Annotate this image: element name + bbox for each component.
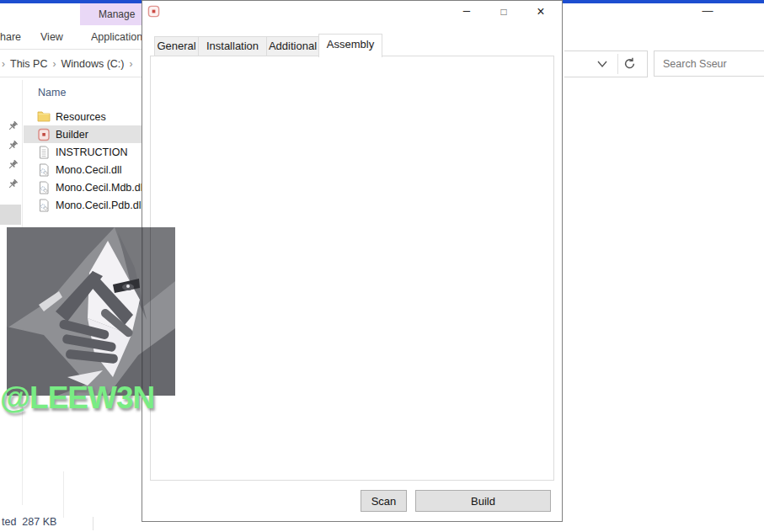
- search-box[interactable]: [654, 51, 764, 77]
- folder-icon: [37, 110, 51, 124]
- file-row-builder[interactable]: Builder: [24, 125, 142, 143]
- file-name: Resources: [56, 111, 106, 123]
- file-row-mono-cecil-pdb-dll[interactable]: Mono.Cecil.Pdb.dll: [24, 196, 142, 214]
- tab-additional[interactable]: Additional: [266, 36, 319, 56]
- ribbon-tab-view[interactable]: View: [40, 31, 63, 43]
- pin-icon[interactable]: [7, 178, 19, 190]
- text-file-icon: [37, 146, 51, 159]
- file-row-mono-cecil-mdb-dll[interactable]: Mono.Cecil.Mdb.dl: [24, 178, 142, 196]
- scan-button[interactable]: Scan: [361, 490, 407, 512]
- addressbar-divider: [0, 77, 142, 77]
- explorer-minimize-button[interactable]: —: [699, 4, 716, 17]
- pin-icon[interactable]: [7, 140, 19, 152]
- dll-file-icon: [37, 199, 51, 212]
- ribbon-tab-manage[interactable]: Manage: [80, 3, 142, 25]
- pin-icon[interactable]: [7, 120, 19, 132]
- tab-assembly[interactable]: Assembly: [318, 34, 382, 57]
- minimize-button[interactable]: –: [452, 1, 481, 24]
- file-name: Mono.Cecil.dll: [56, 164, 122, 176]
- screen: Manage hare View Application › This PC ›…: [0, 0, 764, 532]
- nav-pane-selection-fragment: [0, 205, 21, 225]
- dll-file-icon: [37, 163, 51, 177]
- addressbar-separator: [617, 54, 618, 74]
- file-name: INSTRUCTION: [56, 146, 127, 158]
- breadcrumb-chevron-icon: ›: [129, 58, 132, 70]
- file-list: Resources Builder INSTRUCTION Mono.Cecil…: [24, 108, 142, 214]
- breadcrumb[interactable]: › This PC › Windows (C:) ›: [2, 51, 142, 77]
- refresh-icon[interactable]: [622, 56, 637, 71]
- breadcrumb-this-pc[interactable]: This PC: [10, 58, 47, 70]
- breadcrumb-chevron-icon: ›: [2, 58, 5, 70]
- builder-dialog: – □ × General Installation Additional As…: [142, 0, 563, 522]
- tab-general[interactable]: General: [154, 36, 199, 56]
- file-row-instruction[interactable]: INSTRUCTION: [24, 143, 142, 161]
- status-bar-divider: [93, 517, 93, 530]
- pin-icon[interactable]: [7, 159, 19, 171]
- ribbon-tab-application[interactable]: Application: [91, 31, 142, 43]
- status-bar-text: ted 287 KB: [2, 516, 56, 528]
- tab-installation[interactable]: Installation: [198, 36, 267, 56]
- file-name: Mono.Cecil.Pdb.dll: [56, 200, 143, 211]
- close-button[interactable]: ×: [526, 1, 555, 24]
- watermark-handle: @LEEW3N: [0, 380, 154, 416]
- addressbar-border-right: [647, 51, 648, 77]
- app-icon: [147, 5, 160, 18]
- breadcrumb-chevron-icon: ›: [52, 58, 56, 70]
- build-button[interactable]: Build: [415, 490, 551, 512]
- maximize-button[interactable]: □: [489, 1, 518, 24]
- ribbon-tab-share[interactable]: hare: [0, 31, 21, 43]
- breadcrumb-windows-c[interactable]: Windows (C:): [61, 58, 124, 70]
- file-row-resources[interactable]: Resources: [24, 108, 142, 125]
- pane-divider-2: [63, 471, 64, 518]
- assembly-tab-page: [150, 56, 554, 481]
- anime-character-image: [7, 227, 175, 396]
- address-dropdown-chevron-icon[interactable]: [595, 58, 610, 70]
- explorer-accent-bar-right: [563, 0, 764, 3]
- search-input[interactable]: [654, 51, 764, 76]
- file-name: Builder: [56, 129, 88, 141]
- builder-app-icon: [37, 128, 51, 141]
- ribbon-divider: [0, 49, 142, 50]
- addressbar-border-bottom: [564, 77, 648, 77]
- dll-file-icon: [37, 181, 51, 194]
- column-header-name[interactable]: Name: [38, 87, 66, 98]
- addressbar-border-top: [564, 51, 648, 51]
- file-name: Mono.Cecil.Mdb.dl: [56, 182, 143, 194]
- file-row-mono-cecil-dll[interactable]: Mono.Cecil.dll: [24, 161, 142, 178]
